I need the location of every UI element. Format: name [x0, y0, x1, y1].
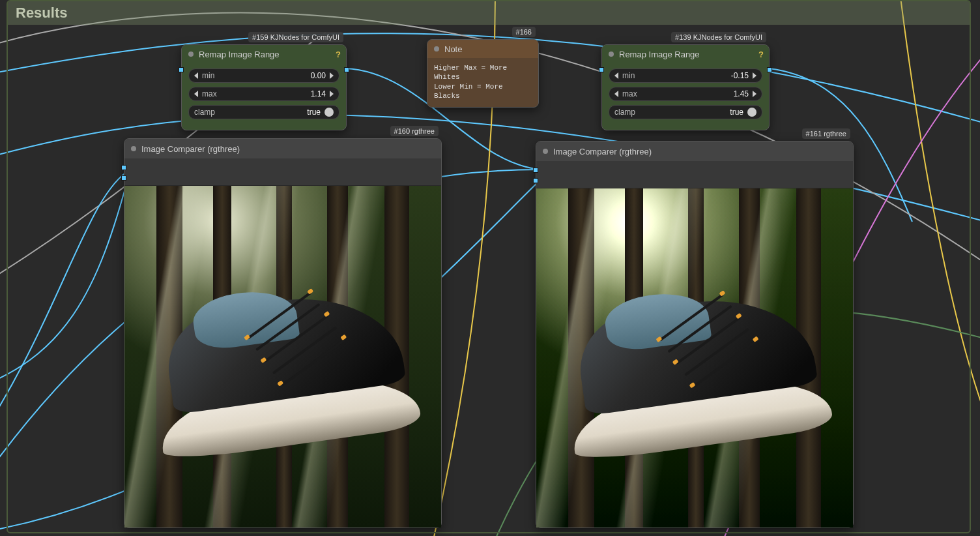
node-header[interactable]: Remap Image Range ?	[602, 45, 769, 63]
widget-label: max	[202, 89, 217, 98]
max-widget[interactable]: max 1.14	[188, 87, 339, 101]
widget-value: true	[635, 108, 743, 117]
input-port-a[interactable]	[121, 165, 126, 170]
node-header[interactable]: Image Comparer (rgthree)	[124, 139, 441, 158]
min-widget[interactable]: min 0.00	[188, 68, 339, 83]
widget-label: clamp	[194, 108, 215, 117]
help-icon[interactable]: ?	[758, 50, 764, 59]
output-port[interactable]	[344, 67, 349, 72]
node-title: Image Comparer (rgthree)	[553, 147, 652, 156]
note-body[interactable]: Higher Max = More Whites Lower Min = Mor…	[427, 58, 538, 107]
min-widget[interactable]: min -0.15	[609, 68, 762, 83]
node-remap-2[interactable]: #139 KJNodes for ComfyUI Remap Image Ran…	[601, 44, 770, 130]
clamp-widget[interactable]: clamp true	[188, 105, 339, 119]
max-widget[interactable]: max 1.45	[609, 87, 762, 101]
toggle-knob[interactable]	[324, 108, 334, 117]
node-canvas[interactable]: Results #159 KJNodes for ComfyUI Remap I…	[0, 0, 980, 536]
node-collapse-dot[interactable]	[188, 52, 194, 57]
node-badge: #139 KJNodes for ComfyUI	[671, 32, 766, 42]
widget-label: clamp	[614, 108, 635, 117]
node-body: min 0.00 max 1.14 clamp true	[182, 63, 346, 130]
increment-icon[interactable]	[330, 72, 334, 79]
input-port[interactable]	[179, 67, 184, 72]
node-title: Note	[444, 44, 462, 54]
node-header[interactable]: Note	[427, 40, 538, 58]
input-port-b[interactable]	[121, 175, 126, 181]
node-title: Remap Image Range	[619, 50, 700, 59]
node-badge: #161 rgthree	[802, 128, 850, 139]
node-comparer-2[interactable]: #161 rgthree Image Comparer (rgthree)	[536, 141, 854, 528]
node-collapse-dot[interactable]	[131, 146, 136, 151]
clamp-widget[interactable]: clamp true	[609, 105, 762, 119]
help-icon[interactable]: ?	[336, 50, 341, 59]
input-port-a[interactable]	[533, 168, 538, 173]
decrement-icon[interactable]	[194, 72, 198, 79]
preview-image[interactable]	[124, 186, 441, 528]
increment-icon[interactable]	[753, 72, 757, 79]
node-badge: #159 KJNodes for ComfyUI	[248, 32, 343, 42]
node-collapse-dot[interactable]	[543, 149, 548, 154]
group-title[interactable]: Results	[8, 1, 970, 25]
note-line: Lower Min = More Blacks	[434, 82, 532, 101]
widget-label: min	[622, 71, 635, 80]
widget-value[interactable]: 0.00	[214, 71, 326, 80]
decrement-icon[interactable]	[614, 91, 618, 97]
widget-value: true	[215, 108, 321, 117]
input-slot-area	[536, 161, 853, 188]
widget-label: min	[202, 71, 214, 80]
decrement-icon[interactable]	[614, 72, 618, 79]
node-collapse-dot[interactable]	[434, 46, 439, 52]
widget-label: max	[622, 89, 637, 98]
node-badge: #160 rgthree	[390, 126, 439, 136]
increment-icon[interactable]	[330, 91, 334, 97]
node-note[interactable]: #166 Note Higher Max = More Whites Lower…	[427, 39, 539, 108]
node-title: Remap Image Range	[199, 50, 280, 59]
input-slot-area	[124, 158, 441, 186]
widget-value[interactable]: -0.15	[635, 71, 749, 80]
node-remap-1[interactable]: #159 KJNodes for ComfyUI Remap Image Ran…	[181, 44, 347, 130]
group-title-text: Results	[16, 5, 67, 22]
decrement-icon[interactable]	[194, 91, 198, 97]
widget-value[interactable]: 1.14	[217, 89, 326, 98]
note-line: Higher Max = More Whites	[434, 63, 532, 82]
node-body: min -0.15 max 1.45 clamp true	[602, 63, 769, 130]
toggle-knob[interactable]	[747, 108, 757, 117]
node-header[interactable]: Image Comparer (rgthree)	[536, 141, 853, 161]
node-collapse-dot[interactable]	[609, 52, 614, 57]
preview-image[interactable]	[536, 188, 853, 528]
widget-value[interactable]: 1.45	[637, 89, 749, 98]
input-port-b[interactable]	[533, 178, 538, 183]
node-title: Image Comparer (rgthree)	[141, 144, 240, 154]
node-header[interactable]: Remap Image Range ?	[182, 45, 346, 63]
node-comparer-1[interactable]: #160 rgthree Image Comparer (rgthree)	[124, 138, 442, 528]
output-port[interactable]	[767, 67, 772, 72]
increment-icon[interactable]	[753, 91, 757, 97]
node-badge: #166	[512, 27, 536, 37]
input-port[interactable]	[599, 67, 604, 72]
